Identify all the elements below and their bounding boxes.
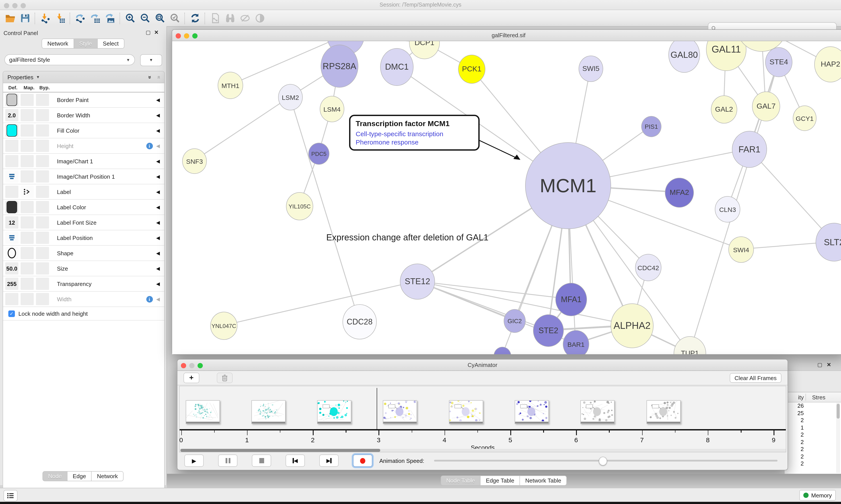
value-cell[interactable]: 2.0 <box>5 109 18 121</box>
value-cell[interactable] <box>5 201 18 213</box>
network-node-gal7[interactable]: GAL7 <box>752 91 780 121</box>
tab-style[interactable]: Style <box>74 38 98 49</box>
value-cell[interactable]: 50.0 <box>5 262 18 274</box>
value-cell[interactable] <box>21 277 34 290</box>
expand-row-icon[interactable]: ◀ <box>156 266 160 271</box>
tab-node[interactable]: Node <box>42 471 68 481</box>
animation-speed-slider[interactable] <box>434 460 777 462</box>
save-session-button[interactable] <box>18 12 32 25</box>
value-cell[interactable] <box>36 186 49 198</box>
zoom-fit-button[interactable] <box>153 12 167 25</box>
value-cell[interactable] <box>36 140 49 152</box>
value-cell[interactable] <box>21 170 34 183</box>
expand-row-icon[interactable]: ◀ <box>156 128 160 133</box>
property-row-label-font-size[interactable]: 12Label Font Size◀ <box>3 215 164 230</box>
value-cell[interactable] <box>36 124 49 137</box>
annotation-box[interactable]: Transcription factor MCM1 Cell-type-spec… <box>349 115 480 151</box>
network-node-lsm2[interactable]: LSM2 <box>278 84 303 110</box>
network-node-ste12[interactable]: STE12 <box>400 264 435 300</box>
cyanimator-titlebar[interactable]: CyAnimator <box>177 360 788 371</box>
value-cell[interactable] <box>21 140 34 152</box>
open-session-button[interactable] <box>3 12 18 25</box>
play-button[interactable]: ▶ <box>184 454 204 467</box>
network-node-cdc42[interactable]: CDC42 <box>635 254 661 281</box>
frame-thumbnail-1[interactable] <box>251 400 286 424</box>
value-cell[interactable] <box>36 201 49 213</box>
value-cell[interactable] <box>5 94 18 106</box>
property-row-image-chart-1[interactable]: Image/Chart 1◀ <box>3 154 164 169</box>
network-node-ste2[interactable]: STE2 <box>533 314 564 347</box>
timeline-playhead[interactable] <box>377 388 377 430</box>
collapse-all-icon[interactable]: » <box>155 75 162 78</box>
frame-thumbnail-0[interactable] <box>185 400 220 424</box>
value-cell[interactable] <box>36 216 49 229</box>
info-icon[interactable]: i <box>146 296 153 302</box>
value-cell[interactable] <box>21 247 34 259</box>
network-node-yil105c[interactable]: YIL105C <box>286 192 313 220</box>
expand-row-icon[interactable]: ◀ <box>156 281 160 287</box>
export-network-button[interactable] <box>73 12 88 25</box>
tab-node-table[interactable]: Node Table <box>441 475 481 486</box>
table-scrollbar[interactable] <box>836 403 840 473</box>
network-node-snf3[interactable]: SNF3 <box>182 148 207 174</box>
import-table-button[interactable] <box>53 12 68 25</box>
value-cell[interactable] <box>21 94 34 106</box>
network-node-swi5[interactable]: SWI5 <box>579 56 603 82</box>
tab-select[interactable]: Select <box>97 38 124 49</box>
value-cell[interactable] <box>21 293 34 305</box>
close-window-icon[interactable] <box>4 3 9 8</box>
value-cell[interactable] <box>5 186 18 198</box>
lock-size-row[interactable]: ✓ Lock node width and height <box>3 307 164 321</box>
property-row-transparency[interactable]: 255Transparency◀ <box>3 276 164 292</box>
expand-row-icon[interactable]: ◀ <box>156 189 160 195</box>
value-cell[interactable] <box>36 277 49 290</box>
expand-all-icon[interactable]: » <box>147 75 153 78</box>
network-node-mfa1[interactable]: MFA1 <box>555 283 587 316</box>
expand-row-icon[interactable]: ◀ <box>156 220 160 225</box>
close-window-icon[interactable] <box>181 363 186 368</box>
network-node-pdc5[interactable]: PDC5 <box>308 143 329 165</box>
property-row-size[interactable]: 50.0Size◀ <box>3 261 164 276</box>
timeline-scrollbar-thumb[interactable] <box>180 449 380 452</box>
clear-all-frames-button[interactable]: Clear All Frames <box>730 373 782 383</box>
network-node-swi4[interactable]: SWI4 <box>729 236 754 263</box>
value-cell[interactable] <box>36 155 49 167</box>
record-button[interactable] <box>353 454 372 467</box>
expand-row-icon[interactable]: ◀ <box>156 250 160 256</box>
expand-row-icon[interactable]: ◀ <box>156 158 160 164</box>
tab-edge-table[interactable]: Edge Table <box>480 475 520 486</box>
value-cell[interactable] <box>21 232 34 244</box>
frame-thumbnail-6[interactable] <box>580 400 615 424</box>
value-cell[interactable] <box>36 109 49 121</box>
network-node-pis1[interactable]: PIS1 <box>641 116 661 137</box>
show-panels-button[interactable] <box>3 490 18 501</box>
skip-to-end-button[interactable]: ▶ <box>319 454 339 467</box>
property-row-label-color[interactable]: Label Color◀ <box>3 200 164 215</box>
property-row-image-chart-position-1[interactable]: Image/Chart Position 1◀ <box>3 169 164 184</box>
network-node-rps28a[interactable]: RPS28A <box>321 45 358 88</box>
network-node-cln3[interactable]: CLN3 <box>715 196 740 222</box>
expand-row-icon[interactable]: ◀ <box>156 97 160 103</box>
property-row-label[interactable]: Label◀ <box>3 184 164 200</box>
close-window-icon[interactable] <box>176 33 181 38</box>
value-cell[interactable] <box>5 247 18 259</box>
tab-edge[interactable]: Edge <box>67 471 92 481</box>
value-cell[interactable] <box>5 140 18 152</box>
value-cell[interactable] <box>36 170 49 183</box>
network-node-dmc1[interactable]: DMC1 <box>380 48 413 86</box>
export-image-button[interactable] <box>103 12 118 25</box>
value-cell[interactable] <box>21 216 34 229</box>
value-cell[interactable] <box>21 109 34 121</box>
close-panel-icon[interactable]: ✕ <box>154 29 162 35</box>
property-row-width[interactable]: Widthi◀ <box>3 292 164 307</box>
column-stress[interactable]: Stres <box>812 394 825 400</box>
value-cell[interactable] <box>36 293 49 305</box>
float-panel-icon[interactable]: ▢ <box>817 362 827 368</box>
network-node-ynl047c[interactable]: YNL047C <box>210 312 237 340</box>
network-node-mcm1[interactable]: MCM1 <box>525 142 611 229</box>
property-row-shape[interactable]: Shape◀ <box>3 246 164 261</box>
zoom-window-icon[interactable] <box>21 3 26 8</box>
table-scrollbar-thumb[interactable] <box>837 404 840 419</box>
lock-size-checkbox[interactable]: ✓ <box>8 310 15 317</box>
close-panel-icon[interactable]: ✕ <box>827 362 836 368</box>
